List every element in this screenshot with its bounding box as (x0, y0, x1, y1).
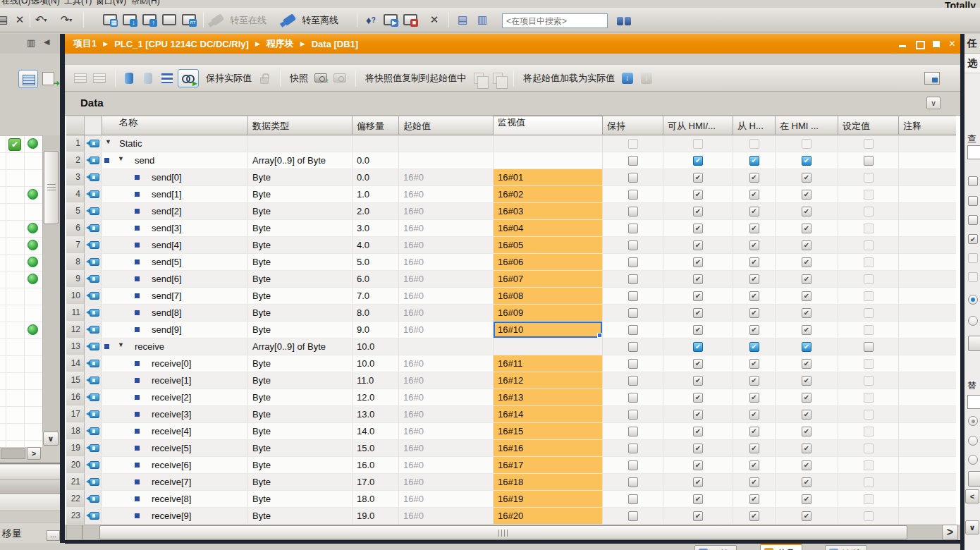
hmi-writable-checkbox[interactable]: ✔ (749, 156, 759, 166)
monitor-value-cell[interactable]: 16#02 (494, 186, 603, 203)
setpoint-checkbox[interactable] (864, 427, 874, 436)
monitor-value[interactable]: 16#08 (494, 288, 602, 304)
monitor-value[interactable]: 16#14 (494, 406, 602, 422)
hmi-accessible-checkbox[interactable]: ✔ (693, 393, 703, 403)
find-option-checkbox[interactable] (968, 196, 978, 206)
retain-checkbox[interactable] (628, 139, 638, 149)
retain-checkbox[interactable] (628, 274, 638, 284)
monitor-value-cell[interactable]: 16#08 (494, 288, 603, 305)
find-option-checkbox[interactable] (968, 253, 978, 263)
monitor-value[interactable]: 16#02 (494, 186, 602, 202)
tab-info[interactable]: 信息 (760, 544, 802, 550)
retain-checkbox[interactable] (628, 511, 638, 521)
retain-checkbox[interactable] (628, 342, 638, 352)
left-vscroll-down-button[interactable]: ∨ (43, 432, 59, 446)
hmi-accessible-checkbox[interactable]: ✔ (693, 376, 703, 386)
setpoint-checkbox[interactable] (864, 359, 874, 369)
start-value-cell[interactable]: 16#0 (399, 186, 494, 203)
retain-checkbox[interactable] (628, 477, 638, 487)
replace-input[interactable] (967, 395, 980, 409)
hmi-writable-checkbox[interactable]: ✔ (749, 240, 759, 250)
setpoint-checkbox[interactable] (864, 410, 874, 420)
type-cell[interactable]: Byte (248, 271, 353, 288)
comment-cell[interactable] (899, 338, 956, 355)
hmi-visible-checkbox[interactable]: ✔ (802, 291, 811, 301)
name-cell[interactable]: receive[8] (102, 491, 248, 508)
hmi-writable-checkbox[interactable]: ✔ (749, 444, 759, 453)
project-search-input[interactable] (502, 13, 608, 28)
snapshot-label[interactable]: 快照 (290, 72, 308, 85)
setpoint-checkbox[interactable] (864, 156, 874, 166)
replace-button[interactable] (968, 471, 980, 487)
setpoint-checkbox[interactable] (864, 494, 874, 504)
expanded-mode-icon[interactable] (159, 70, 176, 87)
monitor-value[interactable]: 16#18 (494, 474, 602, 490)
retain-checkbox[interactable] (628, 460, 638, 470)
type-cell[interactable]: Byte (248, 440, 353, 457)
header-hmi-visible[interactable]: 在 HMI ... (776, 116, 838, 135)
hmi-accessible-checkbox[interactable]: ✔ (693, 274, 703, 284)
setpoint-checkbox[interactable] (864, 477, 874, 487)
setpoint-checkbox[interactable] (864, 139, 874, 149)
add-row-icon[interactable] (91, 70, 108, 87)
setpoint-checkbox[interactable] (864, 291, 874, 301)
monitor-value-cell[interactable]: 16#20 (494, 508, 603, 525)
retain-checkbox[interactable] (628, 444, 638, 453)
hmi-accessible-checkbox[interactable]: ✔ (693, 190, 703, 200)
setpoint-checkbox[interactable] (864, 308, 874, 318)
find-input[interactable] (967, 145, 980, 159)
start-value-cell[interactable]: 16#0 (399, 220, 494, 237)
breadcrumb-plc[interactable]: PLC_1 [CPU 1214C DC/DC/Rly] (114, 39, 249, 49)
hmi-visible-checkbox[interactable]: ✔ (802, 240, 811, 250)
comment-cell[interactable] (899, 406, 956, 423)
monitor-all-button[interactable]: ▶ (178, 69, 199, 87)
hmi-accessible-checkbox[interactable]: ✔ (693, 359, 703, 369)
name-cell[interactable]: receive[6] (102, 457, 248, 474)
hmi-accessible-checkbox[interactable]: ✔ (693, 207, 703, 216)
replace-scope-radio[interactable] (968, 416, 978, 426)
hmi-writable-checkbox[interactable]: ✔ (749, 460, 759, 470)
name-cell[interactable]: receive[7] (102, 474, 248, 491)
hscroll-thumb[interactable] (99, 525, 907, 539)
monitor-value[interactable]: 16#07 (494, 271, 602, 287)
comment-cell[interactable] (899, 508, 956, 525)
type-cell[interactable]: Array[0..9] of Byte (248, 152, 353, 169)
name-cell[interactable]: receive[5] (102, 440, 248, 457)
retain-checkbox[interactable] (628, 393, 638, 403)
find-option-checkbox[interactable] (968, 272, 978, 282)
find-option-checkbox[interactable] (968, 215, 978, 225)
type-cell[interactable]: Byte (248, 305, 353, 322)
collapse-caret-icon[interactable]: ▼ (118, 341, 124, 348)
name-cell[interactable]: ▼receive (102, 338, 248, 355)
hmi-visible-checkbox[interactable]: ✔ (802, 393, 811, 403)
left-status-checkbox[interactable]: ✔ (8, 138, 21, 151)
keep-actual-values-icon[interactable] (121, 70, 137, 87)
hmi-accessible-checkbox[interactable]: ✔ (693, 477, 703, 487)
hmi-accessible-checkbox[interactable]: ✔ (693, 325, 703, 335)
type-cell[interactable]: Byte (248, 203, 353, 220)
hmi-accessible-checkbox[interactable] (693, 139, 703, 149)
stop-simulation-icon[interactable]: ■ (402, 11, 419, 29)
start-value-cell[interactable]: 16#0 (399, 355, 494, 372)
start-value-cell[interactable]: 16#0 (399, 372, 494, 389)
comment-cell[interactable] (899, 220, 956, 237)
left-hscroll-right-button[interactable]: > (27, 447, 41, 460)
hmi-writable-checkbox[interactable]: ✔ (749, 224, 759, 233)
start-value-cell[interactable]: 16#0 (399, 288, 494, 305)
monitor-value[interactable]: 16#19 (494, 491, 602, 507)
collapse-caret-icon[interactable]: ▼ (118, 155, 124, 162)
search-down-radio[interactable] (968, 295, 978, 305)
hmi-writable-checkbox[interactable]: ✔ (749, 494, 759, 504)
hmi-writable-checkbox[interactable]: ✔ (749, 257, 759, 267)
hmi-visible-checkbox[interactable]: ✔ (802, 460, 811, 470)
monitor-value-cell[interactable]: 16#05 (494, 237, 603, 254)
collapsed-pane[interactable] (0, 465, 60, 479)
undo-button[interactable]: ↶▾ (32, 11, 49, 29)
collapsed-pane[interactable] (0, 480, 60, 494)
hmi-accessible-checkbox[interactable]: ✔ (693, 257, 703, 267)
go-offline-button[interactable]: 转至离线 (302, 14, 338, 27)
monitor-value-cell[interactable]: 16#07 (494, 271, 603, 288)
hmi-visible-checkbox[interactable]: ✔ (802, 325, 811, 335)
hmi-visible-checkbox[interactable]: ✔ (802, 410, 811, 420)
hmi-accessible-checkbox[interactable]: ✔ (693, 444, 703, 453)
